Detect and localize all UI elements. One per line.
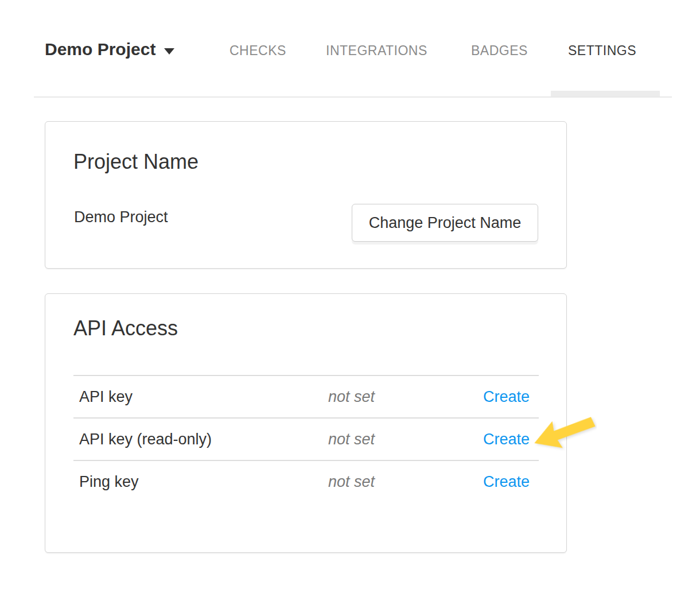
api-access-card-title: API Access: [73, 317, 178, 340]
api-key-read-only-value: not set: [328, 431, 478, 448]
tab-settings[interactable]: SETTINGS: [568, 43, 636, 58]
tab-badges[interactable]: BADGES: [471, 43, 528, 58]
api-key-label: API key: [73, 388, 328, 406]
project-title: Demo Project: [45, 40, 155, 59]
active-tab-indicator: [551, 91, 660, 96]
table-row-api-key-read-only: API key (read-only) not set Create: [73, 417, 539, 460]
ping-key-value: not set: [328, 473, 478, 491]
create-api-key-read-only-link[interactable]: Create: [483, 431, 530, 448]
api-key-value: not set: [328, 388, 478, 406]
api-keys-table: API key not set Create API key (read-onl…: [73, 375, 539, 502]
change-project-name-button[interactable]: Change Project Name: [352, 204, 538, 242]
nav-divider: [34, 96, 672, 98]
tab-checks[interactable]: CHECKS: [230, 43, 286, 58]
settings-page: Demo Project CHECKS INTEGRATIONS BADGES …: [0, 0, 700, 608]
project-current-name: Demo Project: [74, 208, 168, 226]
create-api-key-link[interactable]: Create: [483, 388, 530, 405]
project-name-card: Project Name Demo Project Change Project…: [45, 121, 567, 269]
api-key-read-only-label: API key (read-only): [73, 431, 328, 448]
project-switcher-dropdown[interactable]: Demo Project: [45, 40, 174, 59]
project-name-card-title: Project Name: [73, 150, 199, 173]
api-access-card: API Access API key not set Create API ke…: [45, 293, 567, 553]
caret-down-icon: [164, 48, 174, 55]
tab-integrations[interactable]: INTEGRATIONS: [326, 43, 427, 58]
table-row-api-key: API key not set Create: [73, 375, 539, 417]
ping-key-label: Ping key: [73, 473, 328, 491]
table-row-ping-key: Ping key not set Create: [73, 460, 539, 502]
create-ping-key-link[interactable]: Create: [483, 473, 530, 490]
